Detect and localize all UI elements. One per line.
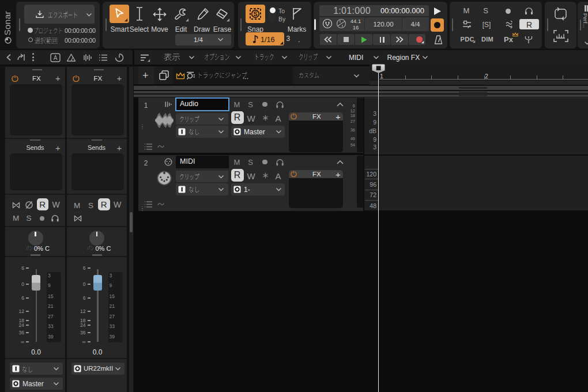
svg-text:S: S <box>253 10 257 17</box>
svg-text:A: A <box>54 55 58 61</box>
